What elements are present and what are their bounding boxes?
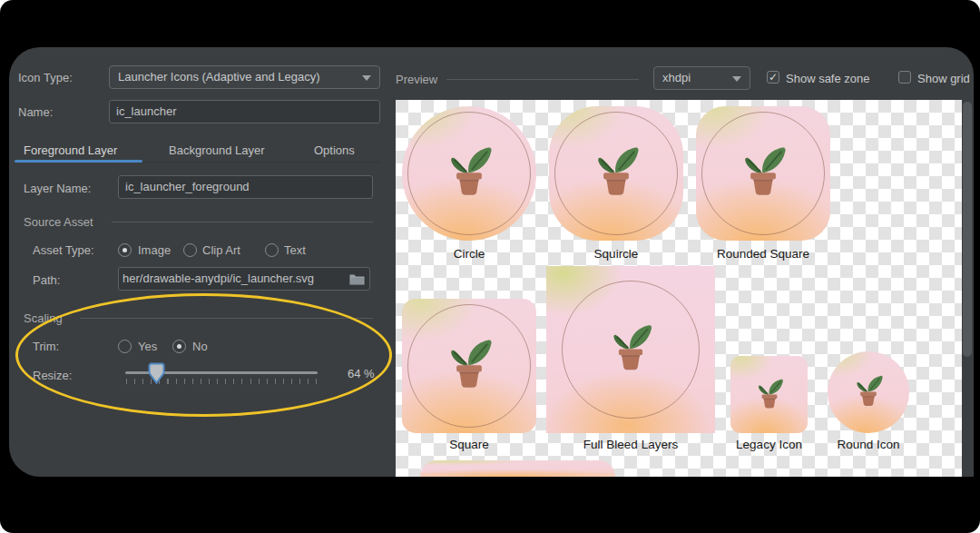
plant-icon — [439, 142, 499, 202]
asset-studio-panel: Icon Type: Launcher Icons (Adaptive and … — [9, 47, 974, 477]
checkmark-icon: ✓ — [769, 71, 778, 84]
show-grid-checkbox[interactable] — [898, 71, 911, 84]
tab-background-layer[interactable]: Background Layer — [169, 143, 265, 157]
icon-preview-squircle — [549, 106, 683, 241]
tab-foreground-layer[interactable]: Foreground Layer — [24, 143, 117, 157]
icon-label-circle: Circle — [402, 247, 536, 261]
name-label: Name: — [18, 105, 53, 119]
icon-preview-circle — [402, 106, 536, 241]
radio-text[interactable] — [265, 243, 279, 257]
tab-options[interactable]: Options — [314, 143, 355, 157]
radio-clip-art[interactable] — [183, 243, 197, 257]
radio-text-label: Text — [284, 243, 306, 257]
icon-type-label: Icon Type: — [18, 71, 73, 84]
radio-image[interactable] — [118, 243, 132, 257]
icon-preview-round — [828, 351, 909, 433]
show-safe-zone-checkbox[interactable]: ✓ — [767, 71, 779, 84]
source-asset-divider — [112, 222, 373, 222]
chevron-down-icon — [732, 76, 741, 82]
icon-label-square: Square — [402, 438, 536, 451]
icon-preview-square — [402, 299, 536, 433]
radio-image-label: Image — [138, 243, 171, 257]
preview-canvas: Circle Squircle Rounded Square Square Fu… — [396, 100, 962, 477]
path-value: her/drawable-anydpi/ic_launcher.svg — [122, 271, 314, 285]
density-dropdown[interactable]: xhdpi — [653, 66, 750, 90]
density-value: xhdpi — [662, 71, 691, 84]
plant-icon — [733, 142, 793, 202]
folder-icon[interactable] — [349, 273, 365, 285]
plant-icon — [849, 372, 887, 410]
icon-preview-partial-next-row — [420, 460, 615, 477]
name-input[interactable]: ic_launcher — [109, 100, 380, 123]
radio-clip-art-label: Clip Art — [202, 243, 240, 257]
layer-name-label: Layer Name: — [24, 182, 91, 195]
icon-preview-rounded-square — [696, 106, 830, 241]
asset-type-label: Asset Type: — [33, 243, 94, 257]
icon-label-round: Round Icon — [823, 438, 914, 451]
active-tab-indicator — [15, 160, 142, 163]
path-input[interactable]: her/drawable-anydpi/ic_launcher.svg — [118, 267, 370, 291]
icon-preview-legacy — [730, 356, 808, 433]
chevron-down-icon — [362, 75, 371, 81]
preview-divider — [446, 79, 639, 80]
icon-preview-full-bleed — [546, 266, 715, 433]
show-grid-label: Show grid — [917, 72, 970, 85]
icon-label-rounded-square: Rounded Square — [678, 247, 848, 261]
path-label: Path: — [33, 273, 60, 287]
layer-name-input[interactable]: ic_launcher_foreground — [118, 175, 373, 199]
preview-title: Preview — [396, 73, 437, 86]
icon-type-dropdown[interactable]: Launcher Icons (Adaptive and Legacy) — [109, 65, 380, 89]
icon-label-full-bleed: Full Bleed Layers — [546, 438, 715, 451]
plant-icon — [603, 320, 659, 376]
icon-type-value: Launcher Icons (Adaptive and Legacy) — [118, 70, 320, 84]
plant-icon — [586, 142, 646, 202]
show-safe-zone-label: Show safe zone — [786, 72, 870, 85]
preview-scrollbar[interactable] — [963, 102, 972, 357]
screenshot-stage: Icon Type: Launcher Icons (Adaptive and … — [0, 0, 980, 533]
icon-label-squircle: Squircle — [549, 247, 683, 261]
highlight-ellipse-annotation — [15, 293, 392, 417]
source-asset-section-title: Source Asset — [24, 215, 93, 229]
plant-icon — [751, 375, 788, 411]
plant-icon — [439, 334, 499, 394]
icon-label-legacy: Legacy Icon — [723, 438, 815, 451]
